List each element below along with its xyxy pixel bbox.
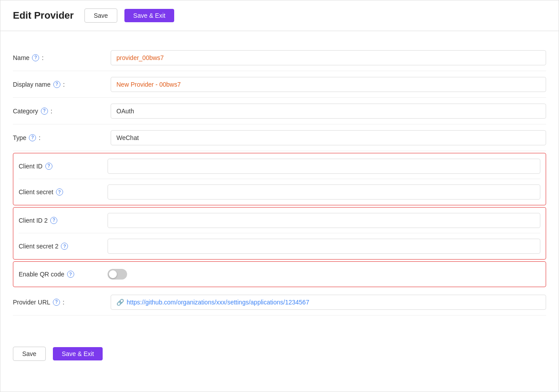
enable-qr-group: Enable QR code ?: [13, 261, 546, 287]
link-icon: 🔗: [116, 299, 124, 306]
type-row: Type ? :: [13, 124, 546, 151]
name-help-icon[interactable]: ?: [32, 54, 39, 61]
form-content: Name ? : Display name ? : Category ? :: [0, 31, 559, 329]
display-name-help-icon[interactable]: ?: [53, 81, 60, 88]
provider-url-label: Provider URL ? :: [13, 299, 111, 306]
page-footer: Save Save & Exit: [0, 336, 559, 372]
client-id-label: Client ID ?: [19, 163, 108, 170]
header-save-button[interactable]: Save: [84, 8, 117, 23]
qr-toggle-track[interactable]: [108, 269, 127, 280]
client-secret-label: Client secret ?: [19, 188, 108, 196]
type-input[interactable]: [111, 130, 546, 145]
footer-save-button[interactable]: Save: [13, 347, 46, 361]
type-help-icon[interactable]: ?: [29, 134, 36, 141]
page-header: Edit Provider Save Save & Exit: [0, 0, 559, 31]
client-id-row: Client ID ?: [19, 153, 540, 179]
client-id2-row: Client ID 2 ?: [19, 208, 540, 233]
category-label: Category ? :: [13, 108, 111, 115]
client-credentials2-group: Client ID 2 ? Client secret 2 ?: [13, 207, 546, 260]
client-id2-help-icon[interactable]: ?: [50, 217, 57, 224]
display-name-input[interactable]: [111, 77, 546, 92]
type-label: Type ? :: [13, 134, 111, 141]
name-label: Name ? :: [13, 54, 111, 61]
name-input[interactable]: [111, 50, 546, 65]
footer-save-exit-button[interactable]: Save & Exit: [53, 347, 103, 360]
client-secret2-label: Client secret 2 ?: [19, 243, 108, 250]
client-secret2-input[interactable]: [108, 239, 540, 254]
client-secret2-row: Client secret 2 ?: [19, 233, 540, 259]
display-name-row: Display name ? :: [13, 71, 546, 98]
provider-url-field: 🔗 https://github.com/organizations/xxx/s…: [111, 295, 546, 310]
client-id2-input[interactable]: [108, 213, 540, 228]
page-title: Edit Provider: [13, 10, 74, 21]
enable-qr-help-icon[interactable]: ?: [67, 271, 74, 278]
header-save-exit-button[interactable]: Save & Exit: [124, 9, 174, 22]
enable-qr-label: Enable QR code ?: [19, 271, 108, 278]
category-input[interactable]: [111, 104, 546, 119]
client-secret-help-icon[interactable]: ?: [56, 188, 63, 196]
provider-url-row: Provider URL ? : 🔗 https://github.com/or…: [13, 289, 546, 316]
client-credentials-group: Client ID ? Client secret ?: [13, 153, 546, 205]
display-name-label: Display name ? :: [13, 81, 111, 88]
category-row: Category ? :: [13, 98, 546, 124]
client-secret-row: Client secret ?: [19, 179, 540, 205]
name-row: Name ? :: [13, 44, 546, 71]
client-secret-input[interactable]: [108, 184, 540, 200]
provider-url-text: https://github.com/organizations/xxx/set…: [127, 299, 309, 306]
client-id2-label: Client ID 2 ?: [19, 217, 108, 224]
category-help-icon[interactable]: ?: [41, 108, 48, 115]
enable-qr-toggle[interactable]: [108, 269, 127, 280]
client-id-help-icon[interactable]: ?: [45, 163, 52, 170]
provider-url-help-icon[interactable]: ?: [53, 299, 60, 306]
client-secret2-help-icon[interactable]: ?: [61, 243, 68, 250]
client-id-input[interactable]: [108, 159, 540, 174]
